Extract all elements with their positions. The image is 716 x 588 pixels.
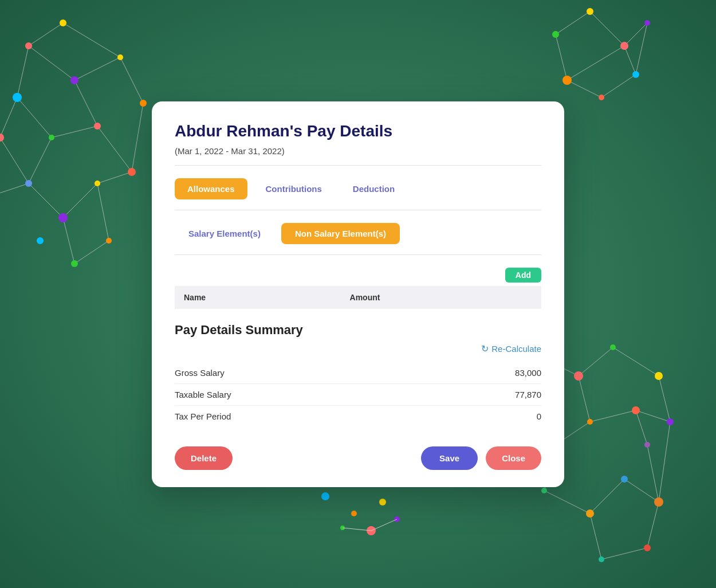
- sub-tabs: Salary Element(s) Non Salary Element(s): [175, 223, 541, 255]
- add-btn-row: Add: [175, 268, 541, 283]
- add-button[interactable]: Add: [505, 268, 541, 283]
- save-button[interactable]: Save: [421, 446, 478, 470]
- pay-details-modal: Abdur Rehman's Pay Details (Mar 1, 2022 …: [152, 101, 564, 487]
- table-section: Add Name Amount: [175, 268, 541, 309]
- summary-title: Pay Details Summary: [175, 323, 541, 338]
- close-button[interactable]: Close: [486, 446, 541, 470]
- taxable-salary-label: Taxable Salary: [175, 390, 231, 399]
- summary-row-taxable: Taxable Salary 77,870: [175, 384, 541, 406]
- delete-button[interactable]: Delete: [175, 446, 233, 470]
- tab-allowances[interactable]: Allowances: [175, 178, 247, 199]
- tax-per-period-label: Tax Per Period: [175, 411, 231, 421]
- modal-overlay: Abdur Rehman's Pay Details (Mar 1, 2022 …: [0, 0, 716, 588]
- recalculate-row: ↻ Re-Calculate: [175, 343, 541, 354]
- date-range: (Mar 1, 2022 - Mar 31, 2022): [175, 146, 541, 166]
- sub-tab-salary[interactable]: Salary Element(s): [175, 223, 274, 244]
- tax-per-period-amount: 0: [537, 411, 541, 421]
- gross-salary-amount: 83,000: [515, 368, 541, 378]
- table-header-row: Name Amount: [175, 286, 541, 309]
- footer-buttons: Delete Save Close: [175, 443, 541, 470]
- main-tabs: Allowances Contributions Deduction: [175, 178, 541, 210]
- modal-title: Abdur Rehman's Pay Details: [175, 122, 541, 140]
- col-name: Name: [175, 286, 341, 309]
- recalculate-icon: ↻: [481, 343, 489, 354]
- summary-row-gross: Gross Salary 83,000: [175, 362, 541, 384]
- sub-tab-non-salary[interactable]: Non Salary Element(s): [281, 223, 400, 244]
- tab-contributions[interactable]: Contributions: [253, 178, 335, 199]
- gross-salary-label: Gross Salary: [175, 368, 225, 378]
- summary-row-tax: Tax Per Period 0: [175, 406, 541, 427]
- taxable-salary-amount: 77,870: [515, 390, 541, 399]
- recalculate-label: Re-Calculate: [491, 344, 541, 354]
- right-footer-buttons: Save Close: [421, 446, 541, 470]
- col-amount: Amount: [341, 286, 541, 309]
- summary-section: Pay Details Summary ↻ Re-Calculate Gross…: [175, 323, 541, 427]
- recalculate-button[interactable]: ↻ Re-Calculate: [481, 343, 541, 354]
- tab-deduction[interactable]: Deduction: [340, 178, 407, 199]
- data-table: Name Amount: [175, 286, 541, 309]
